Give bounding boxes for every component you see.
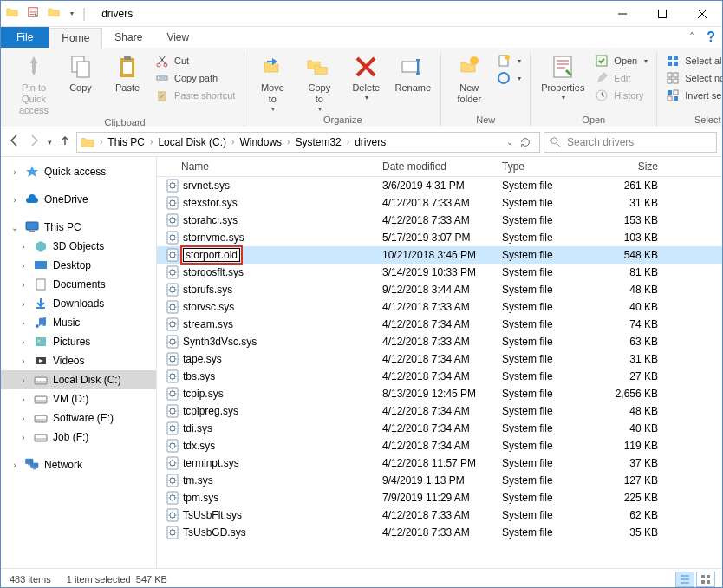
file-row[interactable]: TsUsbFlt.sys4/12/2018 7:33 AMSystem file… bbox=[157, 506, 722, 524]
file-date: 4/12/2018 7:33 AM bbox=[382, 197, 502, 209]
file-row[interactable]: TsUsbGD.sys4/12/2018 7:33 AMSystem file3… bbox=[157, 524, 722, 541]
breadcrumb-item[interactable]: Local Disk (C:) bbox=[158, 136, 226, 148]
new-item-button[interactable]: ▾ bbox=[493, 53, 524, 69]
move-to-button[interactable]: Move to▾ bbox=[250, 51, 295, 114]
nav-this-pc[interactable]: ⌄ This PC bbox=[1, 218, 156, 237]
file-row[interactable]: stexstor.sys4/12/2018 7:33 AMSystem file… bbox=[157, 194, 722, 212]
delete-button[interactable]: Delete▾ bbox=[343, 51, 388, 102]
svg-rect-45 bbox=[701, 580, 705, 584]
nav-quick-access[interactable]: › Quick access bbox=[1, 162, 156, 181]
svg-rect-40 bbox=[36, 337, 46, 346]
file-row[interactable]: tdi.sys4/12/2018 7:34 AMSystem file40 KB bbox=[157, 420, 722, 437]
column-size[interactable]: Size bbox=[589, 160, 675, 173]
file-row[interactable]: tdx.sys4/12/2018 7:34 AMSystem file119 K… bbox=[157, 437, 722, 454]
column-date[interactable]: Date modified bbox=[382, 160, 502, 173]
forward-button[interactable] bbox=[27, 133, 42, 152]
copy-to-button[interactable]: Copy to▾ bbox=[296, 51, 342, 114]
nav-pictures[interactable]: ›Pictures bbox=[1, 332, 156, 351]
file-row[interactable]: terminpt.sys4/12/2018 11:57 PMSystem fil… bbox=[157, 454, 722, 472]
pin-to-quick-access-button[interactable]: Pin to Quick access bbox=[11, 51, 56, 117]
edit-button[interactable]: Edit bbox=[591, 70, 651, 86]
nav-videos[interactable]: ›Videos bbox=[1, 351, 156, 370]
nav-job-f[interactable]: ›Job (F:) bbox=[1, 428, 156, 447]
view-large-icons-button[interactable] bbox=[696, 572, 715, 587]
new-folder-button[interactable]: New folder bbox=[446, 51, 492, 105]
address-bar[interactable]: › This PC› Local Disk (C:)› Windows› Sys… bbox=[76, 132, 540, 153]
navigation-pane[interactable]: › Quick access › OneDrive ⌄ This PC ›3D … bbox=[1, 157, 157, 568]
minimize-button[interactable] bbox=[602, 1, 642, 27]
help-icon[interactable]: ? bbox=[707, 29, 715, 45]
close-button[interactable] bbox=[682, 1, 722, 27]
svg-rect-11 bbox=[124, 56, 131, 60]
collapse-ribbon-icon[interactable]: ˄ bbox=[689, 31, 694, 43]
select-all-button[interactable]: Select all bbox=[662, 53, 723, 69]
rename-input[interactable]: storport.old bbox=[183, 248, 240, 262]
file-row[interactable]: storufs.sys9/12/2018 3:44 AMSystem file4… bbox=[157, 281, 722, 298]
nav-music[interactable]: ›Music bbox=[1, 313, 156, 332]
view-details-button[interactable] bbox=[675, 572, 694, 587]
qat-dropdown-icon[interactable]: ▾ bbox=[70, 10, 74, 17]
file-row[interactable]: storvsc.sys4/12/2018 7:33 AMSystem file4… bbox=[157, 298, 722, 316]
qat-newfolder-icon[interactable] bbox=[48, 6, 60, 22]
nav-documents[interactable]: ›Documents bbox=[1, 275, 156, 294]
file-row[interactable]: tcpipreg.sys4/12/2018 7:34 AMSystem file… bbox=[157, 402, 722, 420]
sysfile-icon bbox=[166, 387, 179, 401]
maximize-button[interactable] bbox=[642, 1, 682, 27]
nav-3d-objects[interactable]: ›3D Objects bbox=[1, 237, 156, 256]
breadcrumb-item[interactable]: drivers bbox=[355, 136, 386, 148]
file-row[interactable]: Synth3dVsc.sys4/12/2018 7:33 AMSystem fi… bbox=[157, 333, 722, 350]
file-row[interactable]: srvnet.sys3/6/2019 4:31 PMSystem file261… bbox=[157, 177, 722, 194]
copy-button[interactable]: Copy bbox=[58, 51, 103, 94]
file-type: System file bbox=[502, 370, 589, 382]
file-list[interactable]: Name Date modified Type Size srvnet.sys3… bbox=[157, 157, 722, 568]
file-row[interactable]: stream.sys4/12/2018 7:34 AMSystem file74… bbox=[157, 316, 722, 333]
column-headers[interactable]: Name Date modified Type Size bbox=[157, 157, 722, 177]
file-row[interactable]: tm.sys9/4/2019 1:13 PMSystem file127 KB bbox=[157, 472, 722, 489]
nav-network[interactable]: ›Network bbox=[1, 455, 156, 474]
breadcrumb-item[interactable]: System32 bbox=[295, 136, 341, 148]
file-row[interactable]: tape.sys4/12/2018 7:34 AMSystem file31 K… bbox=[157, 350, 722, 368]
paste-button[interactable]: Paste bbox=[105, 51, 150, 94]
nav-software-e[interactable]: ›Software (E:) bbox=[1, 408, 156, 428]
qat-properties-icon[interactable] bbox=[27, 6, 39, 22]
recent-locations-button[interactable]: ▾ bbox=[48, 138, 52, 147]
file-row[interactable]: storport.old10/21/2018 3:46 PMSystem fil… bbox=[157, 246, 722, 264]
copy-path-button[interactable]: Copy path bbox=[152, 70, 238, 86]
home-tab[interactable]: Home bbox=[49, 28, 102, 48]
column-name[interactable]: Name bbox=[157, 160, 382, 173]
file-size: 63 KB bbox=[589, 336, 675, 348]
back-button[interactable] bbox=[6, 133, 22, 152]
up-button[interactable] bbox=[57, 133, 73, 152]
breadcrumb-item[interactable]: This PC bbox=[107, 136, 145, 148]
breadcrumb-item[interactable]: Windows bbox=[239, 136, 282, 148]
easy-access-button[interactable]: ▾ bbox=[493, 70, 524, 86]
nav-vm-d[interactable]: ›VM (D:) bbox=[1, 389, 156, 408]
file-row[interactable]: tcpip.sys8/13/2019 12:45 PMSystem file2,… bbox=[157, 385, 722, 402]
cut-button[interactable]: Cut bbox=[152, 53, 238, 69]
file-row[interactable]: storqosflt.sys3/14/2019 10:33 PMSystem f… bbox=[157, 264, 722, 281]
nav-downloads[interactable]: ›Downloads bbox=[1, 294, 156, 313]
address-dropdown-icon[interactable]: ⌄ bbox=[506, 137, 513, 147]
search-input[interactable]: Search drivers bbox=[544, 132, 717, 153]
properties-button[interactable]: Properties▾ bbox=[536, 51, 589, 102]
rename-button[interactable]: Rename bbox=[390, 51, 435, 94]
file-row[interactable]: storahci.sys4/12/2018 7:33 AMSystem file… bbox=[157, 212, 722, 229]
nav-onedrive[interactable]: › OneDrive bbox=[1, 190, 156, 209]
share-tab[interactable]: Share bbox=[102, 28, 154, 47]
file-row[interactable]: tpm.sys7/9/2019 11:29 AMSystem file225 K… bbox=[157, 489, 722, 506]
file-row[interactable]: tbs.sys4/12/2018 7:34 AMSystem file27 KB bbox=[157, 368, 722, 385]
nav-local-disk-c[interactable]: ›Local Disk (C:) bbox=[1, 370, 156, 389]
open-button[interactable]: Open▾ bbox=[591, 53, 651, 69]
select-none-button[interactable]: Select none bbox=[662, 70, 723, 86]
refresh-button[interactable] bbox=[515, 136, 536, 148]
sysfile-icon bbox=[166, 456, 179, 470]
file-tab[interactable]: File bbox=[1, 27, 49, 48]
invert-selection-button[interactable]: Invert selection bbox=[662, 88, 723, 103]
view-tab[interactable]: View bbox=[154, 28, 201, 47]
file-row[interactable]: stornvme.sys5/17/2019 3:07 PMSystem file… bbox=[157, 229, 722, 246]
paste-shortcut-button[interactable]: Paste shortcut bbox=[152, 88, 238, 103]
nav-desktop[interactable]: ›Desktop bbox=[1, 256, 156, 275]
history-button[interactable]: History bbox=[591, 88, 651, 103]
column-type[interactable]: Type bbox=[502, 160, 589, 173]
search-icon bbox=[550, 136, 562, 148]
